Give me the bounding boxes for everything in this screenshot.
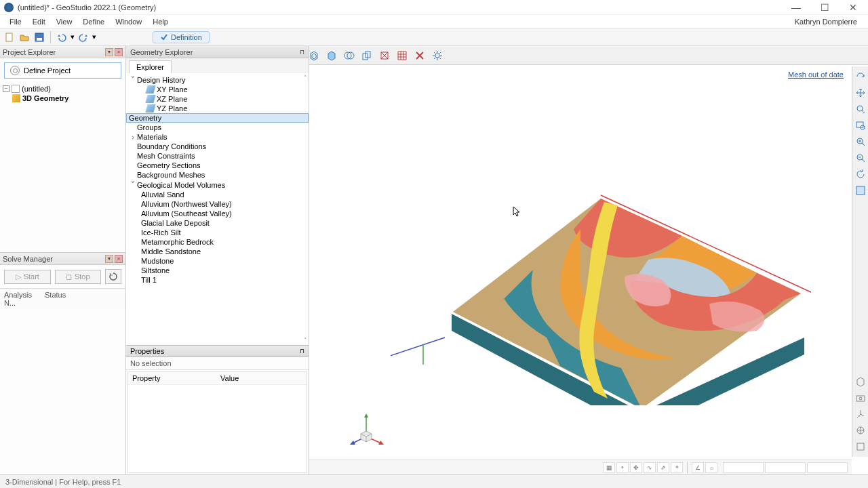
define-project-button[interactable]: Define Project xyxy=(4,62,121,79)
tree-design-history[interactable]: ˅ Design History xyxy=(126,75,309,85)
panel-close-icon[interactable]: × xyxy=(115,255,123,263)
axis-display-icon[interactable] xyxy=(854,408,867,420)
snap-vertex-icon[interactable]: ⌖ xyxy=(671,462,683,473)
tree-volume-7[interactable]: Mudstone xyxy=(126,256,309,266)
panel-pin-icon[interactable]: ▾ xyxy=(105,48,113,56)
tree-volume-2[interactable]: Alluvium (Southeast Valley) xyxy=(126,209,309,218)
cube-view-icon[interactable] xyxy=(854,375,867,388)
tree-background-meshes[interactable]: Background Meshes xyxy=(126,170,309,180)
new-file-icon[interactable] xyxy=(3,30,16,44)
tree-volume-5[interactable]: Metamorphic Bedrock xyxy=(126,237,309,247)
design-history-label: Design History xyxy=(137,76,186,84)
menu-edit[interactable]: Edit xyxy=(27,16,51,27)
redo-dropdown[interactable]: ▾ xyxy=(92,30,97,44)
expand-icon[interactable]: ˅ xyxy=(129,180,137,189)
rotate-view-icon[interactable] xyxy=(854,70,867,83)
tree-volume-3[interactable]: Glacial Lake Deposit xyxy=(126,218,309,228)
grid-toggle-icon[interactable]: ▦ xyxy=(603,462,615,473)
status-bar: 3-Dimensional | For Help, press F1 xyxy=(0,474,868,488)
menu-define[interactable]: Define xyxy=(77,16,110,27)
pan-view-icon[interactable] xyxy=(854,87,867,99)
tree-geometry[interactable]: Geometry xyxy=(126,113,309,123)
snap-angle-icon[interactable]: ∠ xyxy=(692,462,704,473)
coord-x-field[interactable] xyxy=(723,462,764,473)
delete-solid-icon[interactable] xyxy=(377,48,392,63)
tree-geometry-sections[interactable]: Geometry Sections xyxy=(126,161,309,170)
expand-icon[interactable]: ˅ xyxy=(129,75,137,84)
tree-volume-1[interactable]: Alluvium (Northwest Valley) xyxy=(126,199,309,209)
project-root-row[interactable]: − (untitled) xyxy=(3,84,123,94)
menu-file[interactable]: File xyxy=(4,16,27,27)
tree-volume-8[interactable]: Siltstone xyxy=(126,266,309,275)
coord-z-field[interactable] xyxy=(807,462,848,473)
menu-view[interactable]: View xyxy=(51,16,78,27)
maximize-button[interactable]: ☐ xyxy=(816,2,833,13)
col-analysis-name[interactable]: Analysis N... xyxy=(4,291,45,307)
tree-boundary[interactable]: Boundary Conditions xyxy=(126,142,309,151)
tree-yz-plane[interactable]: YZ Plane xyxy=(126,104,309,113)
open-file-icon[interactable] xyxy=(18,30,31,44)
snap-curve-icon[interactable]: ∿ xyxy=(644,462,656,473)
tree-volume-0[interactable]: Alluvial Sand xyxy=(126,190,309,199)
select-box-icon[interactable] xyxy=(854,184,867,197)
undo-icon[interactable] xyxy=(55,30,68,44)
grid-icon[interactable] xyxy=(854,441,867,453)
snap-move-icon[interactable]: ✥ xyxy=(630,462,642,473)
panel-pin-icon[interactable]: ▾ xyxy=(105,255,113,263)
scroll-up-icon[interactable]: ˄ xyxy=(304,75,307,81)
panel-close-icon[interactable]: × xyxy=(115,48,123,56)
definition-button[interactable]: Definition xyxy=(153,31,210,43)
solve-manager-panel: Solve Manager ▾ × ▷ Start ◻ Stop xyxy=(0,252,125,458)
solid-icon[interactable] xyxy=(324,48,339,63)
tree-geo-volumes[interactable]: ˅Geological Model Volumes xyxy=(126,180,309,190)
redo-icon[interactable] xyxy=(77,30,90,44)
camera-icon[interactable] xyxy=(854,392,867,404)
mesh-settings-icon[interactable] xyxy=(395,48,410,63)
tree-volume-6[interactable]: Middle Sandstone xyxy=(126,247,309,256)
tree-xy-plane[interactable]: XY Plane xyxy=(126,85,309,94)
zoom-window-icon[interactable] xyxy=(854,119,867,131)
rotate-left-icon[interactable] xyxy=(854,168,867,180)
viewport[interactable]: ▾ ▾ ▾ ▾ ▾ Geometry Mesh Mesh out of date xyxy=(309,46,868,474)
tree-volume-9[interactable]: Till 1 xyxy=(126,275,309,285)
scroll-down-icon[interactable]: ˅ xyxy=(304,337,307,344)
terrain-model[interactable] xyxy=(391,121,811,405)
shell-icon[interactable] xyxy=(309,48,321,63)
undo-dropdown[interactable]: ▾ xyxy=(70,30,75,44)
tree-xz-plane[interactable]: XZ Plane xyxy=(126,94,309,104)
axis-widget[interactable] xyxy=(347,409,385,447)
delete-icon[interactable] xyxy=(412,48,427,63)
expand-icon[interactable]: › xyxy=(129,133,137,141)
stop-button[interactable]: ◻ Stop xyxy=(55,270,102,284)
copy-solid-icon[interactable] xyxy=(359,48,374,63)
snap-point-icon[interactable]: ∘ xyxy=(616,462,629,473)
collapse-icon[interactable]: − xyxy=(3,85,9,92)
minimize-button[interactable]: — xyxy=(788,2,804,13)
tree-volume-4[interactable]: Ice-Rich Silt xyxy=(126,228,309,237)
menu-window[interactable]: Window xyxy=(110,16,147,27)
zoom-fit-icon[interactable] xyxy=(854,103,867,115)
intersect-icon[interactable] xyxy=(342,48,357,63)
menu-help[interactable]: Help xyxy=(147,16,174,27)
tree-groups[interactable]: Groups xyxy=(126,123,309,132)
coord-y-field[interactable] xyxy=(765,462,806,473)
origin-icon[interactable] xyxy=(854,424,867,436)
mesh-out-of-date-link[interactable]: Mesh out of date xyxy=(788,70,844,79)
start-button[interactable]: ▷ Start xyxy=(4,270,51,284)
col-status[interactable]: Status xyxy=(45,291,66,307)
save-icon[interactable] xyxy=(33,30,46,44)
snap-line-icon[interactable]: ⇗ xyxy=(657,462,669,473)
zoom-scope-icon[interactable]: ⌕ xyxy=(705,462,717,473)
close-button[interactable]: ✕ xyxy=(845,2,861,13)
refresh-button[interactable] xyxy=(105,269,121,284)
zoom-in-icon[interactable] xyxy=(854,136,867,148)
tree-mesh-constraints[interactable]: Mesh Constraints xyxy=(126,151,309,161)
tree-materials[interactable]: ›Materials xyxy=(126,132,309,142)
play-icon: ▷ xyxy=(16,272,21,281)
pin-icon[interactable]: ⊓ xyxy=(300,49,304,56)
settings-gear-icon[interactable] xyxy=(430,48,445,63)
explorer-tab[interactable]: Explorer xyxy=(129,60,172,73)
project-child-row[interactable]: 3D Geometry xyxy=(3,94,123,103)
pin-icon[interactable]: ⊓ xyxy=(300,348,304,354)
zoom-out-icon[interactable] xyxy=(854,152,867,164)
